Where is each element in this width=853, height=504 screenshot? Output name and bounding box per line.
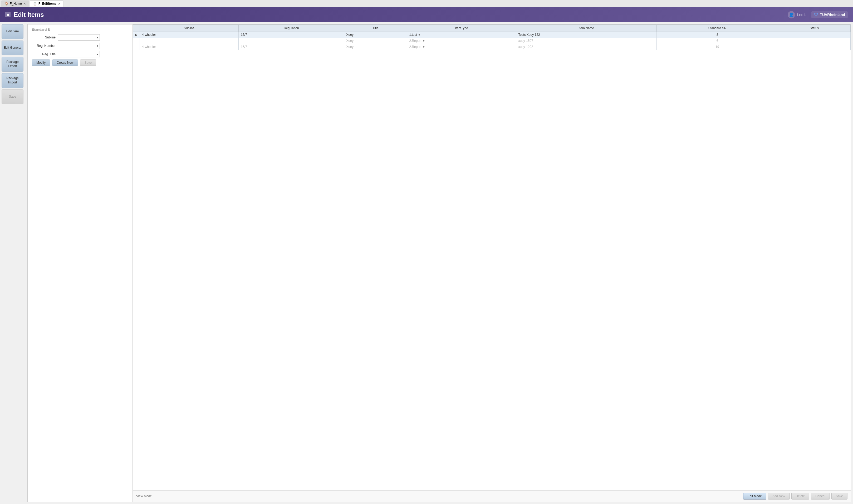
cell-subline: 4-wheeler [140,32,239,38]
package-import-label: Package Import [3,76,22,85]
cell-item-name: xuey-1507 [516,38,657,44]
cell-status [778,32,851,38]
cell-title: Xuey [344,44,407,50]
form-save-button: Save [80,59,96,66]
reg-title-label: Reg. Title [32,52,56,56]
item-type-value: 2.Report [409,45,421,49]
table-header-row: Subline Regulation Title I [133,25,851,32]
cell-title: Xuey [344,32,407,38]
form-panel-title: Standard S [32,28,128,32]
table-section: Subline Regulation Title I [133,24,851,502]
items-table: Subline Regulation Title I [133,24,851,50]
cell-item-name: xuey-1202 [516,44,657,50]
page-title: Edit Items [14,11,44,18]
edit-items-tab-close[interactable]: ✕ [58,2,60,5]
subline-label: Subline [32,36,56,39]
browser-chrome: 🏠 F_Home ✕ 📋 F_EditItems ✕ [0,0,853,7]
col-regulation: Regulation [239,25,344,32]
form-buttons: Modify Create New Save [32,59,128,66]
cell-item-name: Tests Xuey 122 [516,32,657,38]
table-row[interactable]: 4-wheeler15/7Xuey2.Report▼xuey-120219 [133,44,851,50]
sidebar-save-label: Save [9,95,16,99]
main-layout: Edit Item Edit General Package Export Pa… [0,22,853,504]
user-avatar: 👤 [788,11,795,18]
item-type-dropdown[interactable]: ▼ [418,33,421,36]
cell-title: Xuey [344,38,407,44]
footer-buttons: Edit Mode Add New Delete Cancel Save [743,493,848,500]
user-info: 👤 Leo Li [788,11,807,18]
delete-button: Delete [791,493,810,500]
home-tab-icon: 🏠 [4,2,8,5]
col-title: Title [344,25,407,32]
cell-status [778,44,851,50]
table-row[interactable]: ▶4-wheeler15/7Xuey1.test▼Tests Xuey 1228 [133,32,851,38]
col-item-name: Item Name [516,25,657,32]
cell-subline [140,38,239,44]
create-new-button[interactable]: Create New [52,59,78,66]
reg-number-row: Reg. Number ▼ [32,43,128,49]
cell-regulation: 15/7 [239,44,344,50]
sidebar-item-package-import[interactable]: Package Import [2,73,23,88]
title-left: ■ Edit Items [5,11,44,18]
tuv-brand: TÜVRheinland [820,13,845,17]
title-bar: ■ Edit Items 👤 Leo Li 🛡 TÜVRheinland [0,7,853,22]
right-panel: Subline Regulation Title I [133,24,851,502]
modify-button[interactable]: Modify [32,59,50,66]
edit-general-label: Edit General [4,46,21,50]
sidebar-item-save: Save [2,89,23,104]
home-tab-close[interactable]: ✕ [23,2,26,5]
row-indicator [133,38,140,44]
title-icon: ■ [5,12,11,17]
sidebar-item-edit-general[interactable]: Edit General [2,40,23,55]
row-indicator [133,44,140,50]
subline-select[interactable] [58,34,100,40]
left-panel: Standard S Subline ▼ Reg. Number [28,24,133,502]
add-new-button: Add New [768,493,790,500]
package-export-label: Package Export [3,60,22,68]
subline-row: Subline ▼ [32,34,128,40]
col-arrow [133,25,140,32]
col-standard-sr: Standard SR [657,25,778,32]
sidebar: Edit Item Edit General Package Export Pa… [0,22,25,504]
row-arrow-icon: ▶ [135,33,138,36]
sidebar-item-edit-item[interactable]: Edit Item [2,24,23,39]
title-right: 👤 Leo Li 🛡 TÜVRheinland [788,11,848,18]
cell-subline: 4-wheeler [140,44,239,50]
cell-item-type: 1.test▼ [407,32,516,38]
col-item-type: ItemType [407,25,516,32]
content-area: Standard S Subline ▼ Reg. Number [25,22,853,504]
sidebar-item-package-export[interactable]: Package Export [2,57,23,72]
table-row[interactable]: Xuey2.Report▼xuey-15076 [133,38,851,44]
cell-standard-sr: 8 [657,32,778,38]
reg-number-label: Reg. Number [32,44,56,48]
table-footer: View Mode Edit Mode Add New Delete Cance… [133,490,851,502]
reg-title-row: Reg. Title ▼ [32,51,128,57]
col-status: Status [778,25,851,32]
item-type-dropdown[interactable]: ▼ [422,46,425,49]
edit-mode-button[interactable]: Edit Mode [743,493,766,500]
view-mode-label: View Mode [136,494,152,498]
cell-item-type: 2.Report▼ [407,38,516,44]
item-type-value: 2.Report [409,39,421,43]
reg-number-select-wrapper: ▼ [58,43,100,49]
cell-regulation [239,38,344,44]
split-area: Standard S Subline ▼ Reg. Number [28,24,851,502]
item-type-dropdown[interactable]: ▼ [422,39,425,42]
reg-number-select[interactable] [58,43,100,49]
home-tab-label: F_Home [10,2,22,5]
col-subline: Subline [140,25,239,32]
reg-title-select-wrapper: ▼ [58,51,100,57]
item-type-value: 1.test [409,33,417,37]
cell-status [778,38,851,44]
cell-regulation: 15/7 [239,32,344,38]
tuv-logo: 🛡 TÜVRheinland [812,11,848,18]
edit-item-label: Edit Item [6,30,19,34]
table-wrapper[interactable]: Subline Regulation Title I [133,24,851,490]
tab-edit-items[interactable]: 📋 F_EditItems ✕ [30,1,64,6]
title-icon-symbol: ■ [7,13,9,17]
row-indicator: ▶ [133,32,140,38]
tab-home[interactable]: 🏠 F_Home ✕ [1,1,29,6]
reg-title-select[interactable] [58,51,100,57]
subline-select-wrapper: ▼ [58,34,100,40]
user-name: Leo Li [797,13,807,17]
